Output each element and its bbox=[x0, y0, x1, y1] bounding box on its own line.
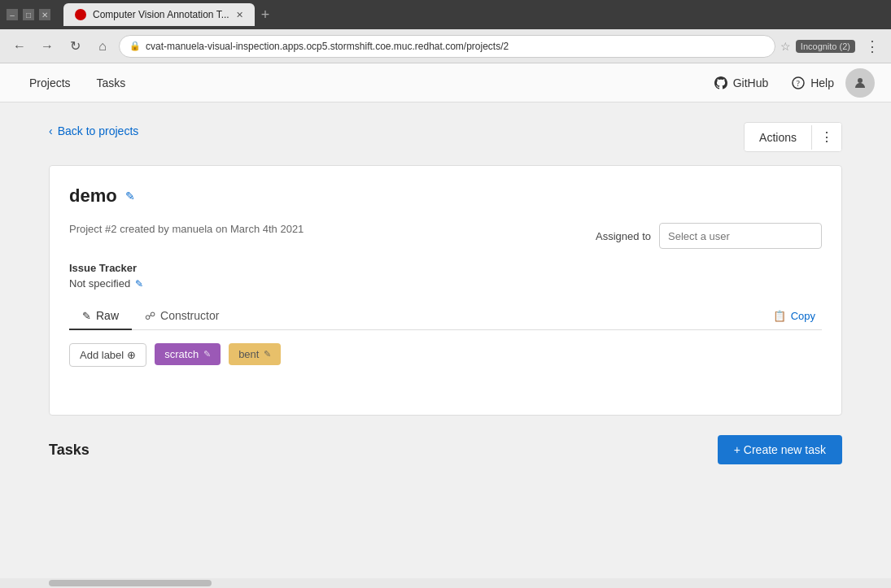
github-button[interactable]: GitHub bbox=[702, 63, 780, 102]
actions-button[interactable]: Actions bbox=[745, 124, 811, 150]
nav-bar: ← → ↻ ⌂ 🔒 cvat-manuela-visual-inspection… bbox=[0, 29, 891, 63]
labels-area: Add label ⊕ scratch ✎ bent ✎ bbox=[69, 330, 822, 395]
bookmark-button[interactable]: ☆ bbox=[780, 40, 791, 53]
user-avatar-button[interactable] bbox=[845, 68, 875, 98]
project-card: demo ✎ Project #2 created by manuela on … bbox=[49, 165, 842, 416]
constructor-tab-icon: ☍ bbox=[145, 310, 155, 322]
active-tab[interactable]: Computer Vision Annotation T... ✕ bbox=[63, 3, 255, 26]
minimize-button[interactable]: – bbox=[7, 9, 18, 20]
label-scratch-text: scratch bbox=[164, 348, 199, 360]
title-bar: – □ ✕ Computer Vision Annotation T... ✕ … bbox=[0, 0, 891, 29]
label-bent-text: bent bbox=[238, 348, 259, 360]
reload-button[interactable]: ↻ bbox=[63, 35, 86, 58]
home-button[interactable]: ⌂ bbox=[91, 35, 114, 58]
main-content: ‹ Back to projects Actions ⋮ demo ✎ bbox=[0, 102, 891, 578]
nav-tasks[interactable]: Tasks bbox=[84, 63, 139, 102]
issue-tracker-value: Not specified ✎ bbox=[69, 277, 822, 290]
raw-tab-icon: ✎ bbox=[82, 310, 91, 322]
tab-favicon bbox=[75, 9, 86, 20]
github-icon bbox=[714, 76, 728, 90]
add-icon: ⊕ bbox=[127, 349, 136, 361]
app-wrapper: Projects Tasks GitHub ? Help bbox=[0, 63, 891, 588]
app-nav: Projects Tasks GitHub ? Help bbox=[0, 63, 891, 102]
back-nav-button[interactable]: ← bbox=[8, 35, 31, 58]
project-meta: Project #2 created by manuela on March 4… bbox=[69, 223, 304, 235]
back-to-projects-link[interactable]: ‹ Back to projects bbox=[49, 124, 138, 137]
raw-tab-label: Raw bbox=[96, 309, 119, 322]
user-select-input[interactable] bbox=[659, 223, 822, 249]
label-scratch-edit-icon: ✎ bbox=[203, 349, 211, 359]
scroll-thumb[interactable] bbox=[49, 580, 212, 586]
nav-right: Incognito (2) ⋮ bbox=[796, 37, 883, 55]
svg-point-2 bbox=[858, 78, 863, 83]
maximize-button[interactable]: □ bbox=[23, 9, 34, 20]
issue-tracker-section: Issue Tracker Not specified ✎ bbox=[69, 262, 822, 290]
back-chevron-icon: ‹ bbox=[49, 124, 53, 137]
assigned-to-label: Assigned to bbox=[596, 230, 651, 242]
project-title-row: demo ✎ bbox=[69, 185, 822, 207]
address-text: cvat-manuela-visual-inspection.apps.ocp5… bbox=[146, 41, 765, 52]
tasks-section: Tasks + Create new task bbox=[49, 435, 842, 464]
tasks-title: Tasks bbox=[49, 442, 90, 459]
close-button[interactable]: ✕ bbox=[39, 9, 50, 20]
copy-icon: 📋 bbox=[773, 310, 786, 322]
tab-constructor[interactable]: ☍ Constructor bbox=[132, 303, 232, 330]
add-label-button[interactable]: Add label ⊕ bbox=[69, 343, 146, 367]
nav-projects[interactable]: Projects bbox=[16, 63, 84, 102]
back-label: Back to projects bbox=[58, 124, 139, 137]
browser-window: – □ ✕ Computer Vision Annotation T... ✕ … bbox=[0, 0, 891, 588]
actions-button-group: Actions ⋮ bbox=[744, 122, 842, 152]
tab-close-icon[interactable]: ✕ bbox=[236, 10, 243, 20]
horizontal-scrollbar[interactable] bbox=[0, 578, 891, 588]
label-bent[interactable]: bent ✎ bbox=[229, 343, 281, 365]
help-icon: ? bbox=[791, 76, 806, 90]
label-bent-edit-icon: ✎ bbox=[264, 349, 271, 359]
create-task-button[interactable]: + Create new task bbox=[718, 435, 842, 464]
tab-raw[interactable]: ✎ Raw bbox=[69, 303, 132, 330]
help-label: Help bbox=[810, 76, 834, 89]
address-bar[interactable]: 🔒 cvat-manuela-visual-inspection.apps.oc… bbox=[119, 35, 775, 58]
add-label-text: Add label bbox=[80, 349, 124, 361]
tab-bar: Computer Vision Annotation T... ✕ + bbox=[63, 3, 884, 26]
edit-issue-tracker-icon[interactable]: ✎ bbox=[135, 278, 143, 290]
lock-icon: 🔒 bbox=[129, 41, 141, 51]
new-tab-button[interactable]: + bbox=[255, 7, 277, 24]
edit-title-button[interactable]: ✎ bbox=[125, 189, 135, 203]
incognito-badge: Incognito (2) bbox=[796, 40, 855, 53]
help-button[interactable]: ? Help bbox=[780, 63, 845, 102]
tab-label: Computer Vision Annotation T... bbox=[93, 9, 229, 20]
issue-tracker-label: Issue Tracker bbox=[69, 262, 822, 274]
forward-nav-button[interactable]: → bbox=[36, 35, 59, 58]
github-label: GitHub bbox=[733, 76, 769, 89]
label-scratch[interactable]: scratch ✎ bbox=[155, 343, 221, 365]
actions-more-button[interactable]: ⋮ bbox=[812, 123, 841, 151]
svg-text:?: ? bbox=[797, 79, 801, 88]
copy-button[interactable]: 📋 Copy bbox=[767, 307, 822, 325]
assigned-to-group: Assigned to bbox=[596, 223, 822, 249]
browser-menu-button[interactable]: ⋮ bbox=[862, 37, 883, 55]
constructor-tab-label: Constructor bbox=[160, 309, 219, 322]
copy-label: Copy bbox=[791, 310, 815, 322]
window-controls: – □ ✕ bbox=[7, 9, 50, 20]
issue-tracker-text: Not specified bbox=[69, 277, 130, 290]
project-meta-row: Project #2 created by manuela on March 4… bbox=[69, 223, 822, 249]
project-title: demo bbox=[69, 185, 117, 207]
